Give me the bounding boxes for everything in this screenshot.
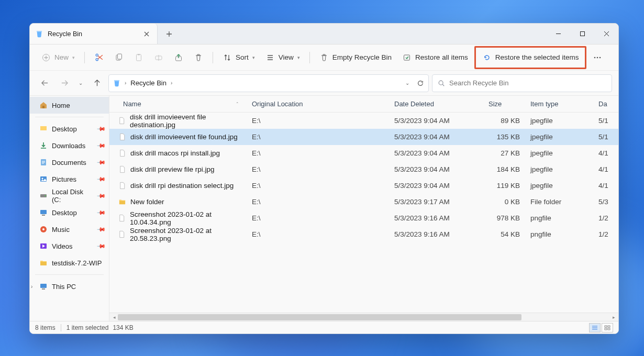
up-button[interactable] <box>88 75 105 92</box>
table-row[interactable]: New folderE:\5/3/2023 9:17 AM0 KBFile fo… <box>109 194 618 210</box>
status-item-count: 8 items <box>35 324 55 331</box>
column-header-original-location[interactable]: Original Location <box>247 96 389 112</box>
breadcrumb-location[interactable]: Recycle Bin <box>130 79 166 87</box>
delete-button[interactable] <box>190 49 207 66</box>
column-header-item-type[interactable]: Item type <box>525 96 593 112</box>
address-dropdown-icon[interactable]: ⌄ <box>405 80 409 86</box>
refresh-button[interactable] <box>417 80 424 87</box>
sidebar-item-music[interactable]: Music📌 <box>30 221 109 238</box>
sidebar-item-desktop[interactable]: Desktop📌 <box>30 120 109 137</box>
cell-original-location: E:\ <box>247 214 389 222</box>
breadcrumb-chevron-icon[interactable]: › <box>125 80 126 86</box>
view-button[interactable]: View ▾ <box>261 49 304 66</box>
horizontal-scrollbar[interactable]: ◂ ▸ <box>109 313 618 321</box>
sidebar-item-label: Local Disk (C: <box>52 188 93 204</box>
scrollbar-track[interactable] <box>118 314 610 320</box>
sort-icon <box>223 53 232 62</box>
chevron-down-icon: ▾ <box>252 55 255 60</box>
sidebar-home[interactable]: Home <box>30 97 109 114</box>
svg-rect-19 <box>40 126 47 130</box>
search-box[interactable] <box>432 74 612 92</box>
empty-recycle-bin-button[interactable]: Empty Recycle Bin <box>315 49 396 66</box>
table-row[interactable]: disk drill imovieevent file found.jpgE:\… <box>109 129 618 145</box>
sidebar-item-downloads[interactable]: Downloads📌 <box>30 137 109 154</box>
scrollbar-thumb[interactable] <box>118 314 521 320</box>
sidebar-item-local-disk-c-[interactable]: Local Disk (C:📌 <box>30 187 109 204</box>
sort-button[interactable]: Sort ▾ <box>218 49 259 66</box>
restore-all-button[interactable]: Restore all items <box>398 49 472 66</box>
sidebar-item-pictures[interactable]: Pictures📌 <box>30 171 109 187</box>
restore-icon <box>482 53 492 62</box>
sidebar-this-pc[interactable]: › This PC <box>30 278 109 295</box>
svg-point-16 <box>439 81 443 85</box>
table-row[interactable]: disk drill imovieevent file destination.… <box>109 113 618 129</box>
table-row[interactable]: disk drill macos rpi install.jpgE:\5/3/2… <box>109 145 618 161</box>
column-header-size[interactable]: Size <box>483 96 525 112</box>
scroll-right-icon[interactable]: ▸ <box>610 314 617 320</box>
svg-rect-6 <box>118 54 122 59</box>
restore-selected-button[interactable]: Restore the selected items <box>478 49 583 66</box>
file-icon <box>118 214 126 222</box>
column-header-name[interactable]: Name ˄ <box>109 96 247 112</box>
tab-close-button[interactable] <box>141 29 152 39</box>
sidebar-item-testdisk-7-2-wip[interactable]: testdisk-7.2-WIP <box>30 254 109 271</box>
cell-type: jpegfile <box>525 117 593 125</box>
chevron-down-icon: ▾ <box>72 55 75 60</box>
new-button[interactable]: New ▾ <box>37 49 79 66</box>
desktop-icon <box>39 125 48 133</box>
table-row[interactable]: Screenshot 2023-01-02 at 10.04.34.pngE:\… <box>109 210 618 226</box>
details-view-button[interactable] <box>589 323 601 332</box>
back-button[interactable] <box>36 75 53 92</box>
address-bar[interactable]: › Recycle Bin › ⌄ <box>108 74 429 92</box>
cut-button[interactable] <box>90 49 108 66</box>
rename-button[interactable] <box>150 49 168 66</box>
forward-button[interactable] <box>56 75 73 92</box>
download-icon <box>39 141 48 150</box>
sidebar-item-label: Documents <box>52 159 86 166</box>
close-window-button[interactable] <box>594 24 618 44</box>
thumbnails-view-button[interactable] <box>602 323 613 332</box>
table-row[interactable]: disk drill preview file rpi.jpgE:\5/3/20… <box>109 161 618 177</box>
sidebar-item-videos[interactable]: Videos📌 <box>30 238 109 254</box>
restore-selected-label: Restore the selected items <box>495 53 579 61</box>
column-header-date-deleted[interactable]: Date Deleted <box>389 96 483 112</box>
empty-label: Empty Recycle Bin <box>332 53 392 61</box>
sidebar-item-documents[interactable]: Documents📌 <box>30 154 109 171</box>
chevron-right-icon[interactable]: › <box>31 284 32 290</box>
minimize-button[interactable] <box>546 24 570 44</box>
svg-rect-30 <box>40 284 47 288</box>
cell-date-created: 1/2 <box>593 214 614 222</box>
svg-rect-25 <box>40 210 47 214</box>
svg-point-22 <box>42 178 43 180</box>
scroll-left-icon[interactable]: ◂ <box>110 314 118 320</box>
svg-point-3 <box>96 59 98 61</box>
cell-date-deleted: 5/3/2023 9:16 AM <box>389 230 483 238</box>
svg-rect-11 <box>404 55 410 60</box>
column-header-date-created[interactable]: Da <box>593 96 614 112</box>
pin-icon: 📌 <box>96 224 106 234</box>
sidebar: Home Desktop📌Downloads📌Documents📌Picture… <box>30 96 109 321</box>
folder-icon <box>118 198 126 206</box>
pin-icon: 📌 <box>96 207 106 217</box>
table-row[interactable]: disk drill rpi destination select.jpgE:\… <box>109 177 618 194</box>
svg-rect-8 <box>138 54 140 55</box>
new-tab-button[interactable] <box>158 24 181 44</box>
breadcrumb-chevron-icon[interactable]: › <box>171 80 172 86</box>
table-row[interactable]: Screenshot 2023-01-02 at 20.58.23.pngE:\… <box>109 226 618 242</box>
more-button[interactable] <box>589 49 606 66</box>
svg-point-12 <box>594 57 596 58</box>
maximize-button[interactable] <box>570 24 594 44</box>
file-icon <box>118 149 126 158</box>
cell-date-deleted: 5/3/2023 9:16 AM <box>389 214 483 222</box>
sidebar-item-desktop[interactable]: Desktop📌 <box>30 204 109 221</box>
pin-icon: 📌 <box>96 241 106 251</box>
share-button[interactable] <box>170 49 187 66</box>
tab-recycle-bin[interactable]: Recycle Bin <box>30 24 158 44</box>
copy-button[interactable] <box>110 49 128 66</box>
search-input[interactable] <box>449 79 606 87</box>
disk-icon <box>39 192 48 200</box>
paste-button[interactable] <box>130 49 148 66</box>
view-icon <box>265 53 275 62</box>
recent-locations-button[interactable]: ⌄ <box>76 75 85 92</box>
view-toggle <box>589 323 613 332</box>
